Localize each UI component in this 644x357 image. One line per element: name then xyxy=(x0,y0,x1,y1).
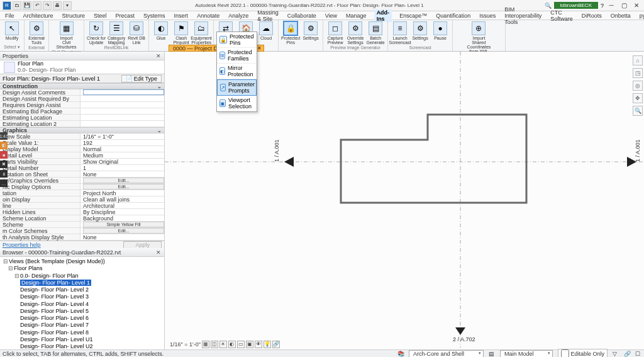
ribbon-equipment-properties[interactable]: 🗂Equipment Properties xyxy=(192,21,211,45)
dock-btn-3[interactable]: ■ xyxy=(0,151,8,159)
vc-style-icon[interactable]: ◫ xyxy=(211,341,218,348)
qat-print[interactable]: 🖶 xyxy=(53,1,62,10)
tree-design-floor-plan-level-2[interactable]: Design- Floor Plan- Level 2 xyxy=(3,286,162,293)
dock-btn-2[interactable]: ◧ xyxy=(0,142,8,149)
browser-close[interactable]: ✕ xyxy=(155,249,162,256)
vc-reveal-icon[interactable]: 💡 xyxy=(264,341,271,348)
menu-steel[interactable]: Steel xyxy=(92,13,108,19)
ribbon-pause[interactable]: ●Pause xyxy=(431,21,450,45)
tree-design-floor-plan-level-3[interactable]: Design- Floor Plan- Level 3 xyxy=(3,293,162,300)
dropdown-mirror-protection[interactable]: ◐Mirror Protection xyxy=(217,64,257,79)
menu-bim-interoperability-tools[interactable]: BIM Interoperability Tools xyxy=(503,6,543,25)
tree-design-floor-plan-level-8[interactable]: Design- Floor Plan- Level 8 xyxy=(3,329,162,336)
dock-btn-5[interactable]: ⏸ xyxy=(0,170,8,178)
apply-button[interactable]: Apply xyxy=(123,241,162,249)
menu-quantification[interactable]: Quantification xyxy=(435,13,472,19)
menu-enscape-[interactable]: Enscape™ xyxy=(398,13,428,19)
menu-ctc-software[interactable]: CTC Software xyxy=(549,9,574,22)
user-badge[interactable]: tdbrownBECK xyxy=(554,2,598,9)
menu-precast[interactable]: Precast xyxy=(114,13,136,19)
editable-only-toggle[interactable]: Editable Only xyxy=(558,349,608,357)
status-filter-icon[interactable]: ▽ xyxy=(613,351,619,357)
ribbon-import-civil-structures[interactable]: ▦Import Civil Structures xyxy=(57,21,76,49)
menu-pyrevit[interactable]: pyRevit xyxy=(638,13,644,19)
section-construction[interactable]: Construction⌄ xyxy=(0,83,164,89)
menu-architecture[interactable]: Architecture xyxy=(22,13,55,19)
edit-type-button[interactable]: 📄 Edit Type xyxy=(121,75,162,82)
status-select-icon[interactable]: ☐ xyxy=(635,351,641,357)
tree-design-floor-plan-level-7[interactable]: Design- Floor Plan- Level 7 xyxy=(3,322,162,329)
vc-cropvis-icon[interactable]: ▣ xyxy=(246,341,253,348)
tree-design-floor-plan-level-4[interactable]: Design- Floor Plan- Level 4 xyxy=(3,301,162,308)
vc-hide-icon[interactable]: 👁 xyxy=(255,341,262,348)
menu-systems[interactable]: Systems xyxy=(142,13,167,19)
ribbon-launch-screencast[interactable]: ≡Launch Screencast xyxy=(391,21,409,45)
search-icon[interactable]: 🔍 xyxy=(545,3,552,9)
ribbon-clash-pinpoint[interactable]: ⚑Clash Pinpoint xyxy=(172,21,191,45)
vc-detail-icon[interactable]: ▦ xyxy=(202,341,209,348)
dropdown-protected-families[interactable]: ⊞Protected Families xyxy=(217,48,257,64)
ribbon-revit-db-link[interactable]: ⛁Revit DB Link xyxy=(127,21,146,45)
menu-issues[interactable]: Issues xyxy=(478,13,497,19)
dropdown-protected-pins[interactable]: 🔒Protected Pins xyxy=(217,32,257,48)
vc-shadow-icon[interactable]: ◐ xyxy=(228,341,236,348)
tree-design-floor-plan-level-6[interactable]: Design- Floor Plan- Level 6 xyxy=(3,315,162,322)
nav-cube-icon[interactable]: ◳ xyxy=(633,68,643,78)
menu-annotate[interactable]: Annotate xyxy=(196,13,221,19)
ribbon-capture-preview[interactable]: ◻Capture Preview xyxy=(326,21,345,45)
design-option-selector[interactable]: Main Model xyxy=(500,350,553,358)
tree-design-floor-plan-level-5[interactable]: Design- Floor Plan- Level 5 xyxy=(3,308,162,315)
properties-help-link[interactable]: Properties help xyxy=(3,242,41,248)
menu-manage[interactable]: Manage xyxy=(345,13,368,19)
qat-undo[interactable]: ↶ xyxy=(33,1,42,10)
section-graphics[interactable]: Graphics⌄ xyxy=(0,127,164,133)
dropdown-viewport-selection[interactable]: ▣Viewport Selection xyxy=(217,96,257,111)
nav-pan-icon[interactable]: ✥ xyxy=(633,93,643,103)
tree-design-floor-plan-level-1[interactable]: Design- Floor Plan- Level 1 xyxy=(3,280,162,286)
menu-diroots[interactable]: DiRoots xyxy=(580,13,603,19)
maximize-button[interactable]: ▢ xyxy=(619,2,629,9)
qat-open[interactable]: 🗀 xyxy=(13,1,21,10)
help-icon[interactable]: ? xyxy=(601,3,604,9)
ribbon-external-tools[interactable]: ⚙External Tools xyxy=(27,21,46,45)
menu-analyze[interactable]: Analyze xyxy=(227,13,250,19)
menu-file[interactable]: File xyxy=(4,13,16,19)
vc-crop-icon[interactable]: ▭ xyxy=(237,341,245,348)
qat-redo[interactable]: ↷ xyxy=(43,1,52,10)
ribbon-check-for-update[interactable]: ↻Check for Update xyxy=(87,21,106,45)
ribbon-modify[interactable]: ↖Modify xyxy=(3,21,21,40)
menu-onbetta[interactable]: Onbetta xyxy=(609,13,632,19)
status-link-icon[interactable]: 🔗 xyxy=(624,351,630,357)
nav-zoom-icon[interactable]: 🔍 xyxy=(633,106,643,116)
ribbon-batch-generate[interactable]: ▤Batch Generate xyxy=(366,21,385,45)
dock-btn-4[interactable]: ✖ xyxy=(0,161,8,168)
menu-structure[interactable]: Structure xyxy=(61,13,87,19)
tree-views-beck-template-design-mode-[interactable]: ⊟Views (Beck Template (Design Mode)) xyxy=(3,258,162,265)
ribbon-glue[interactable]: ◐Glue xyxy=(152,21,170,45)
vc-constraints-icon[interactable]: 🔗 xyxy=(272,341,280,348)
menu-insert[interactable]: Insert xyxy=(173,13,190,19)
ribbon-category-mapping[interactable]: ☰Category Mapping xyxy=(107,21,126,45)
ribbon-protected-pins[interactable]: 🔒Protected Pins xyxy=(281,21,300,45)
dock-btn-1[interactable]: 1:41 xyxy=(0,132,8,140)
qat-save[interactable]: 💾 xyxy=(23,1,31,10)
ribbon-settings[interactable]: ⚙Settings xyxy=(301,21,320,45)
nav-home-icon[interactable]: ⌂ xyxy=(633,55,643,65)
dock-btn-6[interactable]: … xyxy=(0,179,8,187)
tree-floor-plans[interactable]: ⊟Floor Plans xyxy=(3,265,162,272)
view-scale-label[interactable]: 1/16" = 1'-0" xyxy=(170,341,201,348)
nav-wheel-icon[interactable]: ◎ xyxy=(633,81,643,91)
ribbon-settings[interactable]: ⚙Settings xyxy=(411,21,430,45)
status-designopt-icon[interactable]: ▤ xyxy=(489,351,495,357)
close-button[interactable]: ✕ xyxy=(631,2,641,9)
status-worksets-icon[interactable]: 📚 xyxy=(397,351,404,357)
workset-selector[interactable]: Arch-Core and Shell xyxy=(409,350,484,358)
tree-design-floor-plan-level-u2[interactable]: Design- Floor Plan- Level U2 xyxy=(3,343,162,349)
tree-design-floor-plan-level-u1[interactable]: Design- Floor Plan- Level U1 xyxy=(3,336,162,343)
ribbon-override-settings[interactable]: ⚙Override Settings xyxy=(346,21,365,45)
properties-close[interactable]: ✕ xyxy=(155,53,162,59)
vc-sun-icon[interactable]: ☀ xyxy=(219,341,227,348)
tree-0-0-design-floor-plan[interactable]: ⊟0.0- Design- Floor Plan xyxy=(3,273,162,280)
menu-collaborate[interactable]: Collaborate xyxy=(286,13,318,19)
dropdown-parameter-prompts[interactable]: ↗Parameter Prompts xyxy=(217,79,257,96)
